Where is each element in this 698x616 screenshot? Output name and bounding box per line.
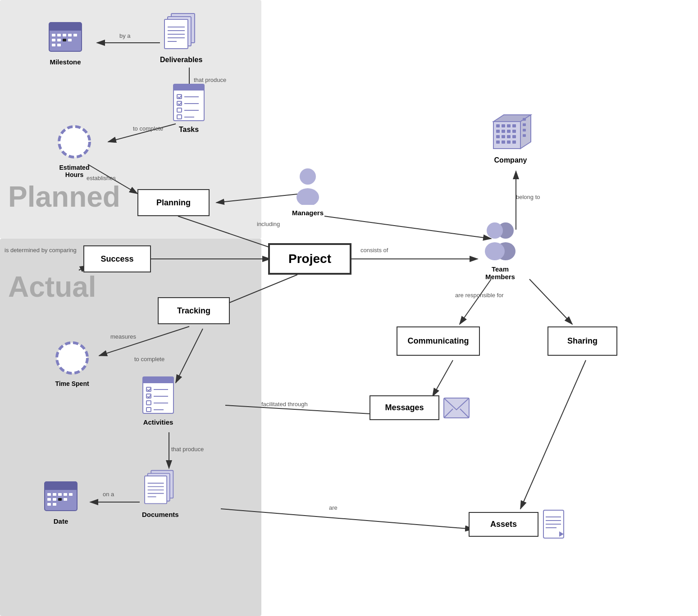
svg-point-122 [485,242,505,260]
assets-area: Assets [469,509,567,539]
svg-rect-86 [69,493,73,496]
svg-rect-91 [47,503,51,506]
svg-rect-82 [47,493,51,496]
tracking-label: Tracking [177,306,210,316]
success-node: Success [83,245,151,272]
label-by-a: by a [119,32,131,39]
deliverables-label: Deliverables [160,56,202,64]
team-members-label: Team Members [478,265,523,281]
svg-rect-90 [64,498,67,501]
svg-point-58 [59,127,90,157]
company-node: Company [488,113,533,164]
svg-rect-62 [143,380,173,383]
svg-rect-107 [496,135,500,138]
label-belong-to: belong to [516,194,540,200]
label-that-produce-docs: that produce [171,446,204,453]
svg-rect-118 [523,134,526,137]
svg-rect-37 [57,44,61,46]
managers-node: Managers [292,167,324,217]
svg-rect-87 [47,498,51,501]
team-members-node: Team Members [478,221,523,281]
deliverables-icon [163,11,199,53]
svg-rect-108 [502,135,505,138]
label-to-complete-activities: to complete [134,356,164,362]
svg-line-14 [460,279,491,324]
messages-label: Messages [385,403,424,412]
planning-label: Planning [156,198,191,208]
svg-rect-88 [53,498,56,501]
label-consists-of: consists of [360,247,388,254]
svg-rect-35 [68,39,72,41]
svg-rect-28 [57,34,61,36]
company-label: Company [494,156,527,164]
svg-rect-111 [496,140,500,144]
label-includes: including [257,221,280,227]
envelope-icon [443,397,470,419]
documents-icon [142,468,178,508]
svg-rect-99 [496,124,500,127]
svg-rect-33 [57,39,61,41]
svg-point-121 [487,222,503,239]
activities-label: Activities [143,418,173,426]
assets-node: Assets [469,512,538,537]
activities-icon [142,376,174,416]
svg-rect-101 [507,124,511,127]
svg-rect-83 [53,493,56,496]
milestone-icon [47,18,83,55]
svg-rect-92 [53,503,56,506]
svg-line-12 [324,216,491,239]
sharing-node: Sharing [547,326,617,356]
tasks-icon [173,83,205,123]
label-are-responsible-for: are responsible for [455,292,504,299]
time-spent-label: Time Spent [55,380,89,387]
tasks-node: Tasks [173,83,205,134]
activities-node: Activities [142,376,174,426]
svg-line-15 [529,279,572,324]
time-spent-icon [54,340,90,377]
date-icon [43,477,79,515]
svg-rect-116 [523,123,526,126]
messages-node: Messages [370,395,439,420]
milestone-label: Milestone [50,58,81,66]
svg-point-59 [57,343,87,373]
svg-rect-49 [173,87,204,91]
team-members-icon [478,221,523,263]
managers-label: Managers [292,209,324,217]
svg-line-18 [433,360,453,396]
svg-rect-102 [512,124,516,127]
label-on-a: on a [103,491,114,498]
communicating-node: Communicating [397,326,480,356]
svg-rect-27 [52,34,55,36]
svg-rect-106 [512,130,516,133]
company-icon [488,113,533,154]
label-to-complete-tasks: to complete [133,125,163,132]
svg-rect-110 [512,135,516,138]
project-label: Project [288,252,331,266]
svg-rect-36 [52,44,55,46]
label-facilitated-through: facilitated through [261,401,308,408]
svg-rect-109 [507,135,511,138]
documents-node: Documents [142,468,179,518]
asset-doc-icon [542,509,567,539]
label-that-produce-tasks: that produce [194,77,226,83]
label-are: are [329,504,338,511]
label-measures: measures [110,333,136,340]
svg-rect-31 [73,34,77,36]
svg-rect-84 [58,493,62,496]
time-spent-node: Time Spent [54,340,90,387]
project-node: Project [268,243,351,275]
managers-icon [292,167,324,206]
svg-rect-115 [523,118,526,121]
date-label: Date [54,517,68,525]
svg-rect-85 [64,493,67,496]
svg-rect-93 [58,498,62,501]
sharing-label: Sharing [567,336,598,346]
planning-node: Planning [137,189,210,216]
svg-rect-114 [512,140,516,144]
svg-rect-38 [63,39,66,41]
planned-label: Planned [8,180,120,213]
messages-area: Messages [370,395,470,420]
milestone-node: Milestone [47,18,83,66]
communicating-label: Communicating [407,336,469,346]
label-is-determined-by: is determined by comparing [5,247,77,254]
